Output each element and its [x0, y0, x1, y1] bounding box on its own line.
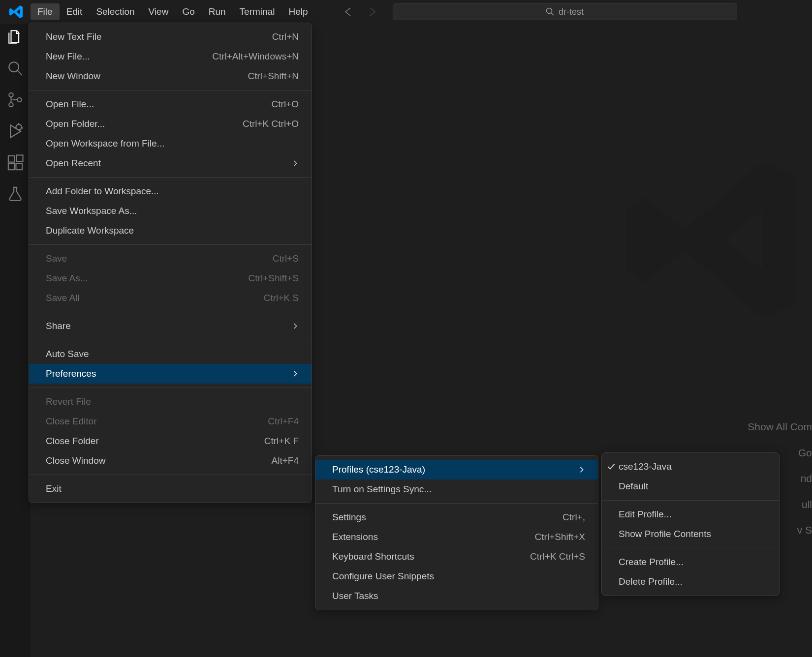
- menu-item-label: Exit: [46, 483, 62, 494]
- svg-point-6: [17, 98, 22, 102]
- menu-separator: [29, 90, 312, 90]
- menu-item-shortcut: Ctrl+S: [273, 253, 299, 264]
- profiles-menu-item-default[interactable]: Default: [602, 477, 779, 496]
- source-control-icon[interactable]: [7, 91, 24, 108]
- file-menu-item-open-workspace-from-file[interactable]: Open Workspace from File...: [29, 134, 312, 153]
- file-menu-item-revert-file: Revert File: [29, 392, 312, 412]
- menu-item-shortcut: Ctrl+K F: [264, 436, 299, 447]
- menu-separator: [29, 340, 312, 340]
- menu-item-shortcut: Ctrl+Alt+Windows+N: [212, 51, 299, 62]
- file-menu-item-open-folder[interactable]: Open Folder...Ctrl+K Ctrl+O: [29, 114, 312, 134]
- activity-bar: [0, 24, 31, 657]
- prefs-menu-item-extensions[interactable]: ExtensionsCtrl+Shift+X: [315, 527, 598, 547]
- file-menu-item-preferences[interactable]: Preferences: [29, 364, 312, 384]
- extensions-icon[interactable]: [7, 154, 24, 171]
- file-menu-item-save-all: Save AllCtrl+K S: [29, 288, 312, 308]
- menu-item-shortcut: Ctrl+K Ctrl+O: [243, 119, 299, 129]
- menu-item-shortcut: Alt+F4: [272, 455, 299, 466]
- file-menu-item-new-text-file[interactable]: New Text FileCtrl+N: [29, 27, 312, 47]
- menu-item-label: Close Window: [46, 455, 105, 466]
- file-menu-item-share[interactable]: Share: [29, 316, 312, 336]
- menu-go[interactable]: Go: [175, 3, 201, 20]
- profiles-submenu: cse123-JavaDefaultEdit Profile...Show Pr…: [601, 452, 780, 596]
- file-menu-item-new-window[interactable]: New WindowCtrl+Shift+N: [29, 66, 312, 86]
- explorer-icon[interactable]: [7, 29, 24, 45]
- menu-terminal[interactable]: Terminal: [233, 3, 282, 20]
- menu-item-label: User Tasks: [332, 591, 378, 601]
- menu-separator: [29, 244, 312, 245]
- menu-item-label: Edit Profile...: [619, 509, 672, 520]
- file-menu-item-save-workspace-as[interactable]: Save Workspace As...: [29, 201, 312, 221]
- menu-help[interactable]: Help: [281, 3, 314, 20]
- menu-item-label: Auto Save: [46, 349, 89, 359]
- menu-item-shortcut: Ctrl+,: [562, 512, 585, 523]
- search-box[interactable]: dr-test: [393, 3, 737, 20]
- file-menu-item-save-as: Save As...Ctrl+Shift+S: [29, 269, 312, 288]
- svg-point-2: [9, 62, 19, 72]
- file-menu-item-new-file[interactable]: New File...Ctrl+Alt+Windows+N: [29, 47, 312, 66]
- menu-item-label: Share: [46, 321, 71, 331]
- svg-point-0: [546, 8, 552, 14]
- menu-item-shortcut: Ctrl+F4: [268, 416, 299, 427]
- svg-point-4: [9, 93, 13, 97]
- menu-item-label: Delete Profile...: [619, 576, 683, 587]
- prefs-menu-item-profiles-cse123-java[interactable]: Profiles (cse123-Java): [315, 460, 598, 479]
- profiles-menu-item-edit-profile[interactable]: Edit Profile...: [602, 505, 779, 524]
- menu-item-shortcut: Ctrl+Shift+N: [248, 71, 299, 82]
- search-activity-icon[interactable]: [7, 60, 24, 77]
- menu-file[interactable]: File: [31, 3, 60, 20]
- menu-item-shortcut: Ctrl+Shift+S: [249, 273, 299, 284]
- file-menu-item-exit[interactable]: Exit: [29, 479, 312, 499]
- menu-item-label: Save All: [46, 293, 80, 303]
- svg-point-5: [9, 103, 13, 107]
- svg-line-1: [551, 13, 554, 15]
- menu-view[interactable]: View: [142, 3, 176, 20]
- menu-item-label: Keyboard Shortcuts: [332, 551, 414, 562]
- svg-line-3: [17, 70, 22, 75]
- menu-item-label: Configure User Snippets: [332, 571, 434, 582]
- file-menu-item-add-folder-to-workspace[interactable]: Add Folder to Workspace...: [29, 181, 312, 201]
- prefs-menu-item-user-tasks[interactable]: User Tasks: [315, 586, 598, 606]
- file-menu-item-open-file[interactable]: Open File...Ctrl+O: [29, 94, 312, 114]
- menu-edit[interactable]: Edit: [60, 3, 90, 20]
- testing-icon[interactable]: [7, 186, 24, 203]
- prefs-menu-item-settings[interactable]: SettingsCtrl+,: [315, 508, 598, 527]
- profiles-menu-item-delete-profile[interactable]: Delete Profile...: [602, 572, 779, 592]
- menu-item-label: Close Editor: [46, 416, 97, 427]
- menu-item-label: Save Workspace As...: [46, 206, 137, 216]
- profiles-menu-item-create-profile[interactable]: Create Profile...: [602, 552, 779, 572]
- nav-forward-icon[interactable]: [366, 6, 378, 18]
- menu-selection[interactable]: Selection: [89, 3, 141, 20]
- prefs-menu-item-turn-on-settings-sync[interactable]: Turn on Settings Sync...: [315, 479, 598, 499]
- nav-back-icon[interactable]: [343, 6, 354, 18]
- menu-item-label: Close Folder: [46, 436, 99, 447]
- search-text: dr-test: [559, 7, 584, 17]
- menu-item-label: Extensions: [332, 532, 378, 542]
- menubar: File Edit Selection View Go Run Terminal…: [0, 0, 812, 24]
- file-menu-item-open-recent[interactable]: Open Recent: [29, 153, 312, 173]
- prefs-menu-item-configure-user-snippets[interactable]: Configure User Snippets: [315, 567, 598, 586]
- menu-item-label: Preferences: [46, 368, 96, 379]
- menu-run[interactable]: Run: [202, 3, 233, 20]
- file-menu-item-duplicate-workspace[interactable]: Duplicate Workspace: [29, 221, 312, 240]
- menu-item-label: Open Folder...: [46, 119, 105, 129]
- profiles-menu-item-cse123-java[interactable]: cse123-Java: [602, 457, 779, 477]
- file-menu-item-close-folder[interactable]: Close FolderCtrl+K F: [29, 431, 312, 451]
- prefs-menu-item-keyboard-shortcuts[interactable]: Keyboard ShortcutsCtrl+K Ctrl+S: [315, 547, 598, 567]
- menu-item-label: Settings: [332, 512, 366, 523]
- menu-separator: [29, 177, 312, 178]
- debug-icon[interactable]: [7, 123, 24, 140]
- file-menu-item-close-window[interactable]: Close WindowAlt+F4: [29, 451, 312, 471]
- file-menu-item-save: SaveCtrl+S: [29, 249, 312, 269]
- menu-item-label: cse123-Java: [619, 461, 672, 472]
- menu-item-label: New File...: [46, 51, 90, 62]
- file-menu-item-auto-save[interactable]: Auto Save: [29, 344, 312, 364]
- svg-point-7: [16, 124, 21, 130]
- menu-item-label: Duplicate Workspace: [46, 225, 134, 236]
- menu-separator: [29, 475, 312, 475]
- svg-rect-11: [17, 155, 23, 161]
- profiles-menu-item-show-profile-contents[interactable]: Show Profile Contents: [602, 524, 779, 544]
- svg-rect-8: [8, 156, 15, 162]
- search-icon: [546, 7, 555, 16]
- menu-item-shortcut: Ctrl+Shift+X: [535, 532, 585, 542]
